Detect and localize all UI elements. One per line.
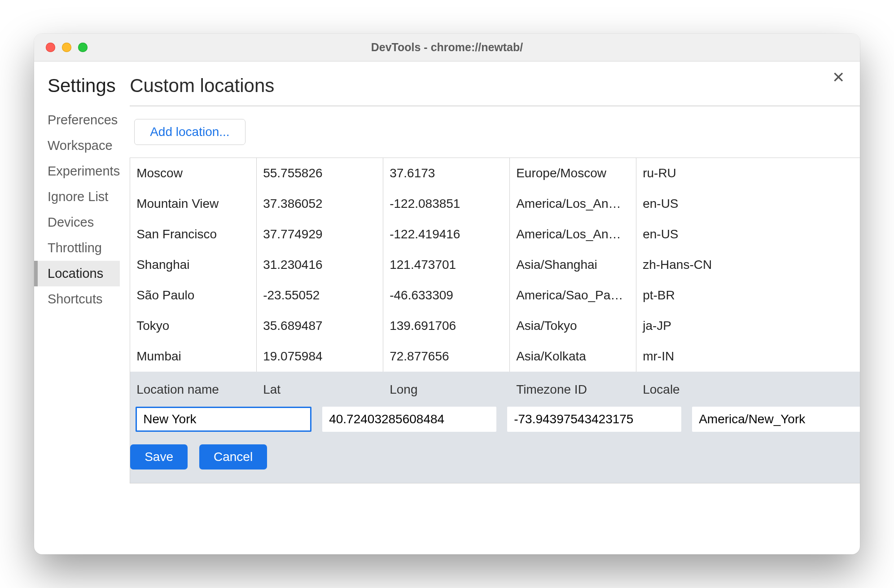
cell-name: Tokyo	[130, 311, 257, 341]
cell-lon: 37.6173	[383, 158, 510, 189]
timezone-input[interactable]	[692, 407, 860, 432]
sidebar-item-workspace[interactable]: Workspace	[34, 133, 120, 158]
cell-locale: zh-Hans-CN	[636, 250, 860, 280]
cancel-button[interactable]: Cancel	[199, 444, 267, 470]
cell-lon: 139.691706	[383, 311, 510, 341]
sidebar-item-devices[interactable]: Devices	[34, 210, 120, 235]
cell-lat: 37.386052	[257, 189, 383, 219]
cell-lat: 19.075984	[257, 341, 383, 372]
cell-timezone: Asia/Shanghai	[510, 250, 636, 280]
cell-lat: 31.230416	[257, 250, 383, 280]
cell-lat: 37.774929	[257, 219, 383, 250]
table-row[interactable]: São Paulo-23.55052-46.633309America/Sao_…	[130, 280, 860, 311]
table-row[interactable]: Mountain View37.386052-122.083851America…	[130, 189, 860, 219]
editor-label-name: Location name	[130, 382, 257, 407]
cell-timezone: America/Los_An…	[510, 219, 636, 250]
cell-lat: -23.55052	[257, 280, 383, 311]
cell-lon: 72.877656	[383, 341, 510, 372]
cell-timezone: America/Los_An…	[510, 189, 636, 219]
add-location-button[interactable]: Add location...	[134, 119, 245, 145]
location-name-input[interactable]	[136, 407, 311, 432]
cell-lon: 121.473701	[383, 250, 510, 280]
cell-timezone: Asia/Tokyo	[510, 311, 636, 341]
cell-locale: mr-IN	[636, 341, 860, 372]
sidebar-item-throttling[interactable]: Throttling	[34, 235, 120, 261]
close-icon[interactable]: ✕	[832, 70, 845, 85]
editor-label-long: Long	[383, 382, 510, 407]
cell-timezone: Asia/Kolkata	[510, 341, 636, 372]
cell-lon: -46.633309	[383, 280, 510, 311]
sidebar-item-experiments[interactable]: Experiments	[34, 158, 120, 184]
zoom-window-icon[interactable]	[78, 43, 88, 52]
window-controls	[34, 43, 88, 52]
cell-name: São Paulo	[130, 280, 257, 311]
table-row[interactable]: Shanghai31.230416121.473701Asia/Shanghai…	[130, 250, 860, 280]
latitude-input[interactable]	[322, 407, 496, 432]
cell-timezone: America/Sao_Pa…	[510, 280, 636, 311]
table-row[interactable]: Tokyo35.689487139.691706Asia/Tokyoja-JP	[130, 311, 860, 341]
cell-locale: pt-BR	[636, 280, 860, 311]
page-title: Custom locations	[130, 75, 860, 106]
save-button[interactable]: Save	[130, 444, 188, 470]
sidebar-item-shortcuts[interactable]: Shortcuts	[34, 286, 120, 312]
cell-name: San Francisco	[130, 219, 257, 250]
cell-name: Mumbai	[130, 341, 257, 372]
location-editor: Location name Lat Long Timezone ID Local…	[130, 372, 860, 483]
title-bar: DevTools - chrome://newtab/	[34, 34, 860, 61]
locations-table: Moscow55.75582637.6173Europe/Moscowru-RU…	[130, 158, 860, 372]
cell-lat: 35.689487	[257, 311, 383, 341]
settings-heading: Settings	[34, 75, 120, 107]
editor-label-tz: Timezone ID	[510, 382, 636, 407]
sidebar-item-ignore-list[interactable]: Ignore List	[34, 184, 120, 210]
main-panel: Custom locations Add location... Moscow5…	[120, 61, 860, 554]
close-window-icon[interactable]	[46, 43, 55, 52]
table-row[interactable]: Mumbai19.07598472.877656Asia/Kolkatamr-I…	[130, 341, 860, 372]
cell-timezone: Europe/Moscow	[510, 158, 636, 189]
table-row[interactable]: San Francisco37.774929-122.419416America…	[130, 219, 860, 250]
cell-lon: -122.083851	[383, 189, 510, 219]
cell-name: Shanghai	[130, 250, 257, 280]
sidebar-nav: PreferencesWorkspaceExperimentsIgnore Li…	[34, 107, 120, 312]
cell-name: Moscow	[130, 158, 257, 189]
cell-locale: en-US	[636, 189, 860, 219]
cell-name: Mountain View	[130, 189, 257, 219]
window-title: DevTools - chrome://newtab/	[34, 41, 860, 54]
minimize-window-icon[interactable]	[62, 43, 71, 52]
cell-lat: 55.755826	[257, 158, 383, 189]
editor-label-locale: Locale	[636, 382, 860, 407]
sidebar-item-locations[interactable]: Locations	[34, 261, 120, 286]
table-row[interactable]: Moscow55.75582637.6173Europe/Moscowru-RU	[130, 158, 860, 189]
cell-locale: ru-RU	[636, 158, 860, 189]
window-frame: DevTools - chrome://newtab/ ✕ Settings P…	[34, 34, 860, 554]
editor-label-lat: Lat	[257, 382, 383, 407]
cell-locale: ja-JP	[636, 311, 860, 341]
settings-sidebar: Settings PreferencesWorkspaceExperiments…	[34, 61, 120, 554]
longitude-input[interactable]	[507, 407, 681, 432]
sidebar-item-preferences[interactable]: Preferences	[34, 107, 120, 133]
cell-lon: -122.419416	[383, 219, 510, 250]
cell-locale: en-US	[636, 219, 860, 250]
